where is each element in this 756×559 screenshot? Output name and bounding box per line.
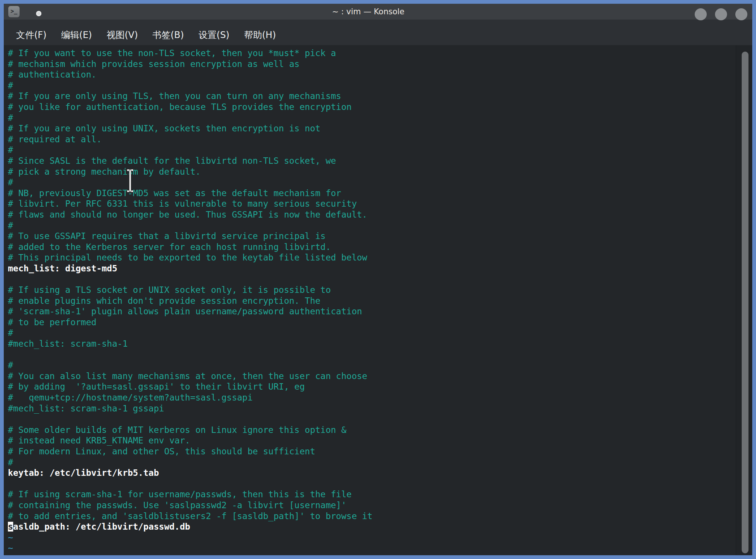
terminal-line: # (8, 145, 752, 155)
terminal-line (8, 478, 752, 489)
ibeam-mouse-cursor (126, 169, 134, 193)
konsole-app-icon: >_ (8, 6, 20, 17)
konsole-window: >_ ~ : vim — Konsole 文件(F)编辑(E)视图(V)书签(B… (4, 4, 752, 555)
terminal-line: # To use GSSAPI requires that a libvirtd… (8, 231, 752, 242)
terminal-line: # required at all. (8, 134, 752, 145)
terminal-line: # flaws and should no longer be used. Th… (8, 209, 752, 220)
terminal-line: # containing the passwds. Use 'saslpassw… (8, 500, 752, 511)
terminal-line: # You can also list many mechanisms at o… (8, 371, 752, 382)
terminal-line: #mech_list: scram-sha-1 gssapi (8, 403, 752, 414)
scrollbar-thumb[interactable] (742, 52, 748, 553)
terminal-line: # added to the Kerberos server for each … (8, 242, 752, 253)
terminal-line: # instead need KRB5_KTNAME env var. (8, 435, 752, 446)
terminal-line: # 'scram-sha-1' plugin allows plain user… (8, 306, 752, 317)
terminal-line: # If using scram-sha-1 for username/pass… (8, 489, 752, 500)
window-titlebar[interactable]: >_ ~ : vim — Konsole (4, 4, 752, 20)
terminal-line: mech_list: digest-md5 (8, 263, 752, 274)
close-button[interactable] (735, 8, 747, 20)
terminal-line: # Since SASL is the default for the libv… (8, 155, 752, 166)
terminal-line: #mech_list: scram-sha-1 (8, 338, 752, 349)
terminal-line: # authentication. (8, 69, 752, 80)
terminal-line: keytab: /etc/libvirt/krb5.tab (8, 468, 752, 478)
terminal-line: # pick a strong mechanism by default. (8, 166, 752, 177)
menu-bar: 文件(F)编辑(E)视图(V)书签(B)设置(S)帮助(H) (4, 20, 752, 45)
terminal-line (8, 414, 752, 425)
terminal-line: # If you are only using UNIX, sockets th… (8, 123, 752, 134)
menu-item[interactable]: 编辑(E) (61, 30, 92, 40)
menu-item[interactable]: 文件(F) (16, 30, 47, 40)
desktop-frame: >_ ~ : vim — Konsole 文件(F)编辑(E)视图(V)书签(B… (0, 0, 756, 559)
terminal-line: # mechanism which provides session encry… (8, 59, 752, 70)
terminal-line: # If you are only using TLS, then you ca… (8, 91, 752, 102)
scrollbar-track[interactable] (736, 45, 752, 555)
menu-item[interactable]: 视图(V) (106, 30, 138, 40)
terminal-line: # (8, 360, 752, 371)
menu-item[interactable]: 书签(B) (153, 30, 184, 40)
terminal-line: # to be performed (8, 317, 752, 328)
terminal-line: # If you want to use the non-TLS socket,… (8, 48, 752, 59)
terminal-line: # (8, 327, 752, 338)
terminal-line: # qemu+tcp://hostname/system?auth=sasl.g… (8, 392, 752, 403)
terminal-line: # For modern Linux, and other OS, this s… (8, 446, 752, 457)
terminal-line (8, 349, 752, 360)
menu-item[interactable]: 帮助(H) (244, 30, 276, 40)
terminal-line: # (8, 177, 752, 188)
terminal-line: # This principal needs to be exported to… (8, 252, 752, 263)
terminal-line: # If using a TLS socket or UNIX socket o… (8, 285, 752, 295)
maximize-button[interactable] (715, 8, 727, 20)
terminal-line: # enable plugins which don't provide ses… (8, 295, 752, 306)
menu-item[interactable]: 设置(S) (199, 30, 229, 40)
window-title: ~ : vim — Konsole (332, 4, 405, 20)
terminal-line: # Some older builds of MIT kerberos on L… (8, 425, 752, 436)
terminal-line: ~ (8, 532, 752, 543)
terminal-line: ~ (8, 543, 752, 554)
minimize-button[interactable] (695, 8, 707, 20)
terminal-line: # (8, 113, 752, 123)
vim-block-cursor: s (8, 522, 13, 532)
terminal-line: # by adding '?auth=sasl.gssapi' to their… (8, 381, 752, 392)
terminal-line: # (8, 80, 752, 91)
terminal-line: # (8, 457, 752, 468)
terminal-line: # (8, 220, 752, 231)
terminal-line: # NB, previously DIGEST-MD5 was set as t… (8, 188, 752, 199)
terminal-line (8, 274, 752, 285)
terminal-line: # to add entries, and 'sasldblistusers2 … (8, 511, 752, 522)
terminal-line: # you like for authentication, because T… (8, 102, 752, 113)
pin-dot-icon[interactable] (36, 11, 41, 16)
terminal-line: sasldb_path: /etc/libvirt/passwd.db (8, 521, 752, 532)
terminal-viewport[interactable]: # If you want to use the non-TLS socket,… (4, 45, 752, 555)
terminal-line: # libvirt. Per RFC 6331 this is vulnerab… (8, 198, 752, 209)
